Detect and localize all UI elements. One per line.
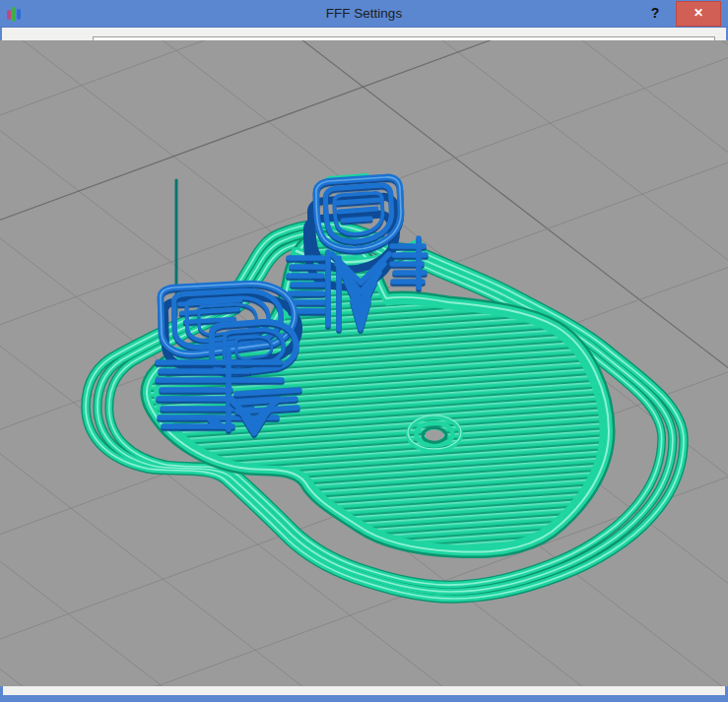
window-bottom-border bbox=[0, 695, 728, 702]
close-button[interactable]: ✕ bbox=[676, 1, 721, 27]
viewport-3d[interactable] bbox=[0, 40, 728, 686]
question-mark-icon: ? bbox=[651, 5, 660, 21]
dialog-content-bottom-strip bbox=[0, 686, 728, 695]
help-button[interactable]: ? bbox=[643, 0, 667, 27]
tower-top-right-whiskers bbox=[392, 238, 426, 287]
fff-settings-window: FFF Settings ? ✕ bbox=[0, 0, 728, 702]
dialog-content-top-strip bbox=[0, 28, 728, 40]
titlebar[interactable]: FFF Settings ? ✕ bbox=[0, 0, 728, 28]
center-hole bbox=[408, 415, 461, 451]
close-icon: ✕ bbox=[694, 6, 703, 20]
viewport-3d-container bbox=[0, 40, 728, 686]
window-title: FFF Settings bbox=[0, 0, 728, 28]
